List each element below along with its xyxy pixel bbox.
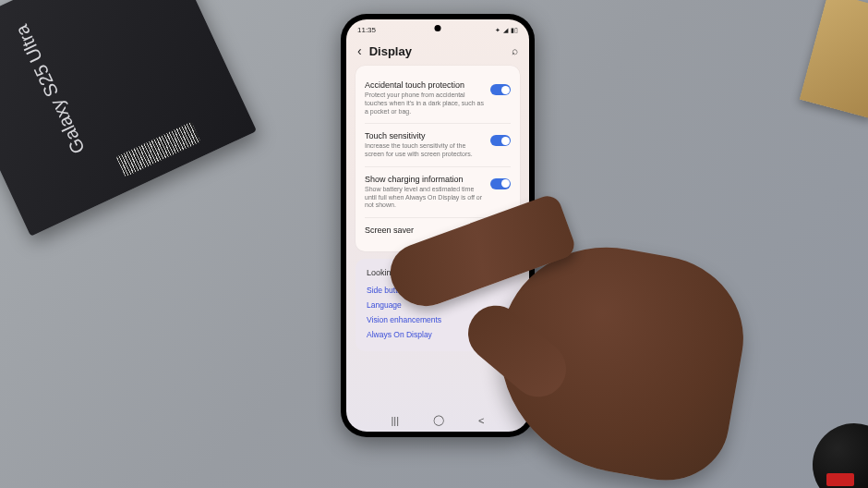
nav-back-icon[interactable]: < [478, 415, 484, 426]
status-signal-icon: ◢ [503, 27, 508, 34]
box-product-name: Galaxy S25 Ultra [11, 21, 90, 157]
status-battery-icon: ▮▯ [511, 27, 518, 34]
setting-subtitle: Show battery level and estimated time un… [365, 186, 485, 210]
setting-subtitle: Protect your phone from accidental touch… [365, 92, 485, 116]
nav-recents-icon[interactable]: ||| [391, 415, 399, 426]
settings-content: Accidental touch protection Protect your… [346, 64, 529, 357]
page-title: Display [369, 44, 512, 58]
setting-title: Accidental touch protection [365, 80, 485, 90]
phone-screen: 11:35 ✦ ◢ ▮▯ ‹ Display ⌕ Accidental touc… [346, 19, 529, 432]
setting-subtitle: Increase the touch sensitivity of the sc… [365, 142, 485, 159]
setting-title: Screen saver [365, 226, 505, 235]
setting-title: Touch sensitivity [365, 131, 485, 140]
desk-surface: Galaxy S25 Ultra 11:35 ✦ ◢ ▮▯ ‹ Display … [0, 0, 868, 488]
page-header: ‹ Display ⌕ [346, 36, 529, 64]
setting-touch-sensitivity[interactable]: Touch sensitivity Increase the touch sen… [365, 124, 511, 167]
red-accent-strip [826, 473, 854, 486]
related-settings-card: Looking for something else? Side button … [356, 259, 520, 351]
link-always-on-display[interactable]: Always On Display [367, 327, 509, 342]
link-vision-enhancements[interactable]: Vision enhancements [367, 312, 509, 327]
related-heading: Looking for something else? [367, 268, 509, 277]
setting-accidental-touch[interactable]: Accidental touch protection Protect your… [365, 73, 511, 124]
toggle-touch-sensitivity[interactable] [490, 135, 511, 146]
phone-device: 11:35 ✦ ◢ ▮▯ ‹ Display ⌕ Accidental touc… [341, 14, 535, 437]
product-box: Galaxy S25 Ultra [0, 0, 257, 237]
wood-block [800, 0, 868, 118]
navigation-bar: ||| ◯ < [346, 414, 529, 426]
box-barcode [116, 122, 201, 177]
status-time: 11:35 [357, 26, 376, 34]
setting-charging-info[interactable]: Show charging information Show battery l… [365, 167, 511, 218]
back-icon[interactable]: ‹ [357, 43, 369, 58]
link-language[interactable]: Language [367, 298, 509, 312]
settings-card: Accidental touch protection Protect your… [356, 66, 520, 251]
toggle-charging-info[interactable] [490, 178, 511, 189]
toggle-accidental-touch[interactable] [490, 84, 511, 95]
link-side-button[interactable]: Side button [367, 283, 509, 298]
setting-title: Show charging information [365, 175, 485, 184]
nav-home-icon[interactable]: ◯ [433, 414, 444, 426]
setting-screen-saver[interactable]: Screen saver [365, 218, 511, 244]
search-icon[interactable]: ⌕ [512, 44, 518, 57]
status-wifi-icon: ✦ [495, 27, 500, 34]
front-camera-hole [435, 25, 441, 31]
